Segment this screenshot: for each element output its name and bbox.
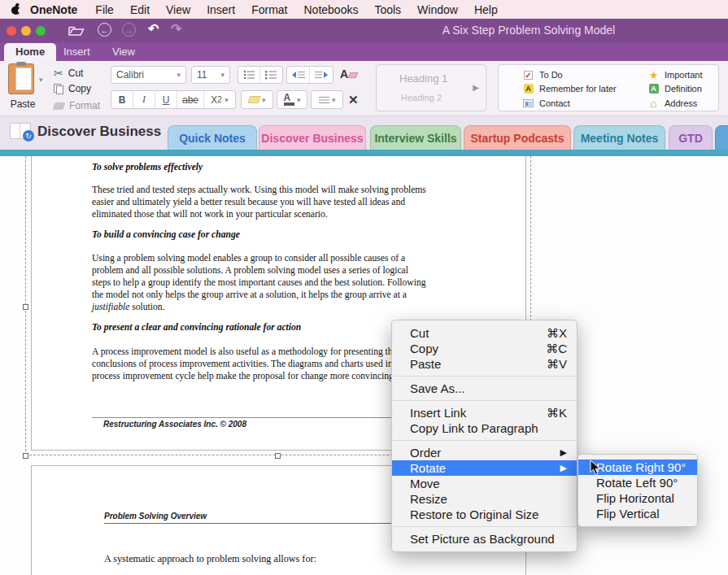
underline-button[interactable]: U xyxy=(155,91,177,108)
subscript-button[interactable]: X2 ▾ xyxy=(204,91,235,108)
menu-item-rotate[interactable]: Rotate▶ xyxy=(392,460,577,476)
open-notebook-icon[interactable] xyxy=(68,24,85,40)
menu-item-restore-original-size[interactable]: Restore to Original Size xyxy=(392,507,577,522)
paste-button[interactable] xyxy=(8,63,34,94)
text-highlight-button[interactable]: ▾ xyxy=(242,91,272,108)
submenu-item-flip-vertical[interactable]: Flip Vertical xyxy=(578,506,697,521)
submenu-item-flip-horizontal[interactable]: Flip Horizontal xyxy=(578,490,697,506)
section-tab-quick-notes[interactable]: Quick Notes xyxy=(168,125,257,150)
menu-item-save-as[interactable]: Save As... xyxy=(392,381,577,396)
font-color-icon: A xyxy=(284,94,294,106)
font-name-select[interactable]: Calibri▾ xyxy=(111,66,186,84)
menu-item-move[interactable]: Move xyxy=(392,476,577,491)
tag-address[interactable]: ⌂ Address xyxy=(648,98,697,109)
tags-gallery: ✓ To Do A Remember for later Contact ★ I… xyxy=(498,64,719,111)
submenu-arrow-icon: ▶ xyxy=(560,445,567,460)
tag-todo[interactable]: ✓ To Do xyxy=(523,69,563,81)
italic-button[interactable]: I xyxy=(133,91,155,108)
redo-button[interactable]: ↷ xyxy=(171,21,181,37)
bold-button[interactable]: B xyxy=(111,91,133,108)
section-accent-bar xyxy=(0,150,728,156)
menubar-item-help[interactable]: Help xyxy=(466,3,506,16)
style-heading1[interactable]: Heading 1 xyxy=(399,72,447,85)
numbered-list-button[interactable] xyxy=(260,67,282,83)
font-color-button[interactable]: A ▾ xyxy=(277,91,307,108)
menu-item-resize[interactable]: Resize xyxy=(392,491,577,507)
menu-divider xyxy=(392,440,577,441)
section-tab-clipped[interactable]: L xyxy=(715,125,728,150)
align-icon xyxy=(319,97,329,103)
paragraph-align-button[interactable]: ▾ xyxy=(312,91,342,108)
font-size-select[interactable]: 11▾ xyxy=(191,66,230,84)
tag-definition[interactable]: A Definition xyxy=(648,83,702,94)
resize-handle-bottom-center[interactable] xyxy=(275,453,281,459)
menu-item-order[interactable]: Order▶ xyxy=(392,445,577,460)
submenu-arrow-icon: ▶ xyxy=(560,460,567,476)
tab-home[interactable]: Home xyxy=(4,43,56,61)
eraser-icon xyxy=(348,72,359,78)
menu-item-copy[interactable]: Copy⌘C xyxy=(392,341,577,356)
menu-item-cut[interactable]: Cut⌘X xyxy=(392,325,577,341)
increase-indent-button[interactable] xyxy=(310,67,333,83)
section-tab-startup-podcasts[interactable]: Startup Podcasts xyxy=(464,125,571,150)
align-button-group: ▾ xyxy=(311,90,343,109)
zoom-window-button[interactable] xyxy=(36,26,46,36)
apple-menu-icon[interactable] xyxy=(11,4,20,15)
notebook-sync-icon: ↻ xyxy=(10,123,31,139)
paste-dropdown-caret[interactable]: ▾ xyxy=(39,76,43,84)
resize-handle-left-middle[interactable] xyxy=(23,304,28,310)
style-heading2[interactable]: Heading 2 xyxy=(401,93,442,102)
navigate-forward-button[interactable]: → xyxy=(122,23,136,37)
strikethrough-button[interactable]: abe xyxy=(177,91,204,108)
tag-contact[interactable]: Contact xyxy=(523,98,570,109)
tag-remember-for-later[interactable]: A Remember for later xyxy=(523,83,617,94)
section-bar: ↻ Discover Business ▼ Quick Notes Discov… xyxy=(0,116,728,150)
menubar-item-onenote[interactable]: OneNote xyxy=(20,3,87,16)
styles-gallery[interactable]: Heading 1 Heading 2 ▶ xyxy=(376,64,486,111)
undo-button[interactable]: ↶ xyxy=(148,21,159,37)
cut-button[interactable]: ✂ Cut xyxy=(54,67,83,80)
menubar-item-tools[interactable]: Tools xyxy=(366,3,409,16)
notebook-switcher[interactable]: Discover Business xyxy=(37,124,161,140)
indent-icon xyxy=(324,72,328,78)
window-titlebar: ← → ↶ ↷ A Six Step Problem Solving Model xyxy=(0,19,728,42)
section-tab-meeting-notes[interactable]: Meeting Notes xyxy=(573,125,665,150)
tab-view[interactable]: View xyxy=(101,43,146,61)
close-window-button[interactable] xyxy=(7,26,16,36)
tag-important[interactable]: ★ Important xyxy=(648,69,702,81)
mouse-cursor xyxy=(590,460,601,479)
delete-button[interactable]: ✕ xyxy=(348,93,359,107)
menubar-item-file[interactable]: File xyxy=(87,3,122,16)
menubar-item-view[interactable]: View xyxy=(158,3,198,16)
copy-button[interactable]: Copy xyxy=(54,83,91,94)
contact-card-icon xyxy=(523,98,534,109)
doc-heading-1: To solve problems effectively xyxy=(92,162,203,172)
menubar-item-notebooks[interactable]: Notebooks xyxy=(295,3,366,16)
menubar-item-format[interactable]: Format xyxy=(243,3,295,16)
menubar-item-edit[interactable]: Edit xyxy=(122,3,158,16)
navigate-back-button[interactable]: ← xyxy=(98,23,111,37)
clear-formatting-button[interactable]: A xyxy=(340,68,357,81)
decrease-indent-button[interactable] xyxy=(287,67,310,83)
menu-item-paste[interactable]: Paste⌘V xyxy=(392,356,577,372)
menu-item-set-picture-as-background[interactable]: Set Picture as Background xyxy=(392,531,577,547)
menu-item-insert-link[interactable]: Insert Link⌘K xyxy=(392,405,577,420)
tab-insert[interactable]: Insert xyxy=(52,43,102,61)
bullet-list-button[interactable] xyxy=(238,67,260,83)
menubar-item-window[interactable]: Window xyxy=(409,3,466,16)
section-tab-discover-business[interactable]: Discover Business xyxy=(259,125,366,150)
menu-item-copy-link-to-paragraph[interactable]: Copy Link to Paragraph xyxy=(392,420,577,436)
section-tab-gtd[interactable]: GTD xyxy=(669,125,713,150)
styles-more-arrow[interactable]: ▶ xyxy=(473,83,479,92)
minimize-window-button[interactable] xyxy=(21,26,31,36)
menubar-item-insert[interactable]: Insert xyxy=(198,3,243,16)
section-tab-interview-skills[interactable]: Interview Skills xyxy=(370,125,461,150)
paste-button-label[interactable]: Paste xyxy=(5,98,41,110)
list-buttons-group xyxy=(238,66,283,84)
menu-divider xyxy=(392,400,577,401)
doc-heading-2: To build a convincing case for change xyxy=(92,229,240,240)
format-painter-button[interactable]: Format xyxy=(54,100,100,111)
doc-paragraph-2-lastline: justifiable solution. xyxy=(92,301,547,313)
todo-checkbox-icon: ✓ xyxy=(523,70,534,81)
resize-handle-bottom-left[interactable] xyxy=(23,453,28,459)
